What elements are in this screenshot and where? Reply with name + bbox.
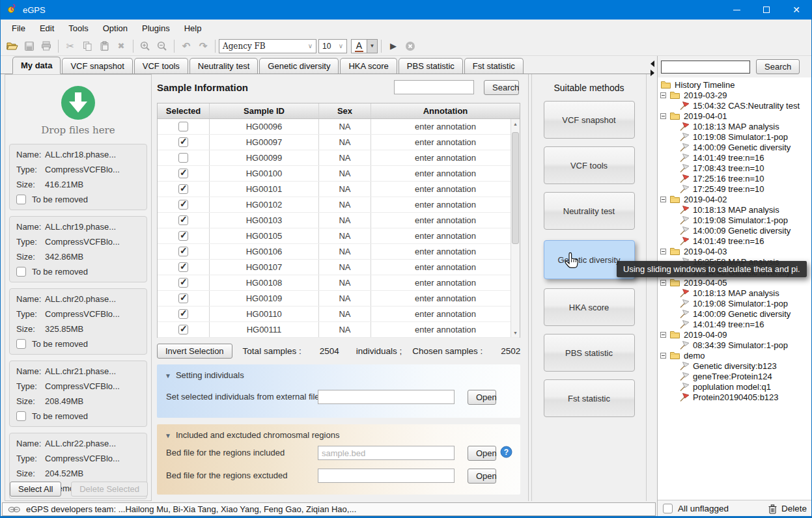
to-be-removed-checkbox[interactable] — [16, 411, 26, 421]
row-checkbox[interactable] — [178, 325, 188, 334]
row-checkbox[interactable] — [178, 215, 188, 225]
tree-item-protein20190405-b123[interactable]: Protein20190405:b123 — [658, 392, 812, 402]
minimize-button[interactable] — [721, 0, 751, 20]
tree-folder-2019-04-03[interactable]: 2019-04-03 — [658, 246, 812, 256]
history-search-input[interactable] — [661, 61, 750, 74]
tree-item-14-01-49-tree-n-16[interactable]: 14:01:49 tree:n=16 — [658, 152, 812, 163]
font-color-dropdown[interactable]: ▼ — [367, 39, 378, 53]
bed-excluded-open-button[interactable]: Open — [468, 469, 496, 484]
annotation-cell[interactable]: enter annotation — [371, 150, 520, 165]
menu-help[interactable]: Help — [177, 21, 209, 36]
bed-included-open-button[interactable]: Open — [468, 446, 496, 461]
row-checkbox[interactable] — [178, 184, 188, 194]
tab-my-data[interactable]: My data — [12, 57, 61, 74]
menu-tools[interactable]: Tools — [61, 21, 95, 36]
tab-fst-statistic[interactable]: Fst statistic — [464, 58, 524, 74]
annotation-cell[interactable]: enter annotation — [371, 275, 520, 290]
tree-item-10-18-13-map-analysis[interactable]: 10:18:13 MAP analysis — [658, 121, 812, 131]
row-checkbox[interactable] — [178, 309, 188, 319]
tree-item-14-01-49-tree-n-16[interactable]: 14:01:49 tree:n=16 — [658, 319, 812, 329]
delete-icon[interactable]: ✖ — [113, 38, 129, 54]
tree-item-genetic-diversity-b123[interactable]: Genetic diversity:b123 — [658, 361, 812, 371]
expand-toggle-icon[interactable] — [660, 280, 666, 286]
tab-genetic-diversity[interactable]: Genetic diversity — [259, 58, 339, 74]
annotation-cell[interactable]: enter annotation — [371, 213, 520, 228]
maximize-button[interactable] — [751, 0, 781, 20]
tree-folder-2019-04-01[interactable]: 2019-04-01 — [658, 111, 812, 121]
bed-included-input[interactable] — [318, 446, 455, 460]
method-fst-statistic[interactable]: Fst statistic — [544, 379, 635, 417]
expand-toggle-icon[interactable] — [660, 249, 666, 254]
tab-neutrality-test[interactable]: Neutrality test — [189, 58, 258, 74]
tree-folder-2019-03-29[interactable]: 2019-03-29 — [658, 90, 812, 100]
paste-icon[interactable] — [96, 38, 112, 54]
select-all-button[interactable]: Select All — [10, 482, 61, 497]
sample-search-button[interactable]: Search — [484, 80, 519, 95]
to-be-removed-checkbox[interactable] — [16, 267, 26, 277]
row-checkbox[interactable] — [178, 137, 188, 147]
method-pbs-statistic[interactable]: PBS statistic — [544, 334, 635, 372]
tab-pbs-statistic[interactable]: PBS statistic — [399, 58, 463, 74]
column-header-selected[interactable]: Selected — [158, 103, 210, 118]
row-checkbox[interactable] — [178, 169, 188, 178]
tab-hka-score[interactable]: HKA score — [340, 58, 397, 74]
zoom-in-icon[interactable] — [137, 38, 153, 54]
to-be-removed-checkbox[interactable] — [16, 195, 26, 204]
tree-item-poplulation-model-q1[interactable]: poplulation model:q1 — [658, 381, 812, 392]
menu-plugins[interactable]: Plugins — [135, 21, 177, 36]
tree-folder-demo[interactable]: demo — [658, 350, 812, 361]
scrollbar-thumb[interactable] — [512, 132, 519, 244]
delete-selected-button[interactable]: Delete Selected — [71, 482, 148, 497]
expand-toggle-icon[interactable] — [660, 92, 666, 98]
row-checkbox[interactable] — [178, 153, 188, 163]
annotation-cell[interactable]: enter annotation — [371, 322, 520, 337]
font-family-select[interactable]: Agency FB∨ — [219, 39, 316, 53]
expand-toggle-icon[interactable] — [660, 197, 666, 202]
drop-files-area[interactable]: Drop files here — [9, 79, 147, 136]
tree-folder-2019-04-09[interactable]: 2019-04-09 — [658, 329, 812, 340]
tree-folder-history-timeline[interactable]: History Timeline — [658, 79, 812, 90]
row-checkbox[interactable] — [178, 231, 188, 241]
annotation-cell[interactable]: enter annotation — [371, 228, 520, 243]
column-header-sample-id[interactable]: Sample ID — [210, 103, 319, 118]
invert-selection-button[interactable]: Invert Selection — [157, 344, 232, 359]
annotation-cell[interactable]: enter annotation — [371, 119, 520, 134]
tree-item-14-00-09-genetic-diversity[interactable]: 14:00:09 Genetic diversity — [658, 225, 812, 236]
collapse-right-icon[interactable] — [651, 70, 654, 76]
annotation-cell[interactable]: enter annotation — [371, 182, 520, 197]
tree-item-genetree-protein124[interactable]: geneTree:Protein124 — [658, 371, 812, 381]
delete-flagged-button[interactable]: Delete — [768, 504, 807, 514]
font-size-select[interactable]: 10∨ — [318, 39, 347, 53]
tree-item-10-18-13-map-analysis[interactable]: 10:18:13 MAP analysis — [658, 204, 812, 215]
column-header-annotation[interactable]: Annotation — [371, 103, 520, 118]
scroll-down-icon[interactable]: ▼ — [511, 328, 520, 337]
history-search-button[interactable]: Search — [756, 59, 800, 74]
open-file-icon[interactable] — [5, 38, 20, 54]
splitter-handle[interactable] — [651, 61, 656, 80]
individuals-file-input[interactable] — [318, 390, 455, 404]
expand-toggle-icon[interactable] — [660, 353, 666, 359]
annotation-cell[interactable]: enter annotation — [371, 260, 520, 275]
tab-vcf-tools[interactable]: VCF tools — [134, 58, 188, 74]
tree-item-15-04-32-cas-neutrality-test[interactable]: 15:04:32 CAS:Neutrality test — [658, 100, 812, 111]
tree-item-10-19-08-simulator-1-pop[interactable]: 10:19:08 Simulator:1-pop — [658, 131, 812, 142]
annotation-cell[interactable]: enter annotation — [371, 197, 520, 212]
method-hka-score[interactable]: HKA score — [544, 288, 635, 326]
row-checkbox[interactable] — [178, 293, 188, 303]
zoom-out-icon[interactable] — [154, 38, 170, 54]
row-checkbox[interactable] — [178, 247, 188, 256]
scroll-up-icon[interactable]: ▲ — [511, 119, 520, 128]
tree-item-10-19-08-simulator-1-pop[interactable]: 10:19:08 Simulator:1-pop — [658, 215, 812, 225]
method-vcf-tools[interactable]: VCF tools — [544, 146, 635, 184]
tree-folder-2019-04-02[interactable]: 2019-04-02 — [658, 194, 812, 204]
collapse-left-icon[interactable] — [651, 61, 654, 67]
expand-toggle-icon[interactable] — [660, 332, 666, 338]
tree-folder-2019-04-05[interactable]: 2019-04-05 — [658, 277, 812, 288]
print-icon[interactable] — [38, 38, 54, 54]
tree-item-10-18-13-map-analysis[interactable]: 10:18:13 MAP analysis — [658, 288, 812, 298]
row-checkbox[interactable] — [178, 200, 188, 210]
method-neutrality-test[interactable]: Neutrality test — [544, 192, 635, 230]
row-checkbox[interactable] — [178, 262, 188, 272]
menu-edit[interactable]: Edit — [33, 21, 61, 36]
all-unflagged-checkbox[interactable] — [663, 504, 673, 513]
